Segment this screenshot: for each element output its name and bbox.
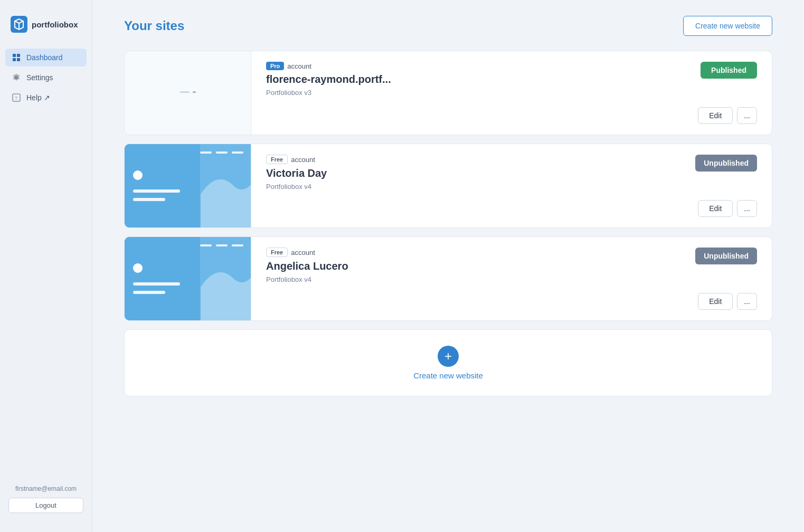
site-card-3: Free account Angelica Lucero Portfoliobo… — [124, 236, 772, 321]
thumb-bar-long-2 — [133, 189, 180, 193]
sidebar-item-help[interactable]: ? Help ↗ — [5, 89, 87, 107]
site-meta-3: Free account Angelica Lucero Portfoliobo… — [266, 248, 348, 283]
site-info-1: Pro account florence-raymond.portf... Po… — [251, 51, 772, 135]
thumb-right-3 — [200, 237, 251, 320]
site-actions-3: Edit ... — [266, 293, 757, 310]
site-actions-1: Edit ... — [266, 107, 757, 124]
thumb-top-right-3 — [200, 244, 243, 246]
plus-icon: + — [438, 346, 459, 367]
edit-button-1[interactable]: Edit — [698, 107, 733, 124]
sidebar-item-settings[interactable]: Settings — [5, 69, 87, 87]
user-email: firstname@email.com — [8, 485, 83, 492]
thumb-small-line-3 — [232, 151, 243, 154]
thumb-small-line-4 — [200, 244, 212, 246]
site-name-3: Angelica Lucero — [266, 260, 348, 272]
create-new-website-button[interactable]: Create new website — [683, 16, 772, 36]
site-version-2: Portfoliobox v4 — [266, 183, 327, 191]
create-new-card[interactable]: + Create new website — [124, 329, 772, 396]
thumb-small-line-2 — [216, 151, 228, 154]
portfoliobox-logo-icon — [11, 16, 27, 33]
thumb-small-line-5 — [216, 244, 228, 246]
sidebar-nav: Dashboard Settings ? Help ↗ — [0, 49, 92, 477]
more-button-2[interactable]: ... — [737, 200, 757, 217]
site-name-2: Victoria Day — [266, 167, 327, 179]
thumb-wave-2 — [201, 161, 251, 227]
more-button-1[interactable]: ... — [737, 107, 757, 124]
site-thumbnail-2 — [125, 144, 251, 227]
thumbnail-v4-3 — [125, 237, 251, 320]
thumb-bar-short-3 — [133, 291, 165, 294]
main-header: Your sites Create new website — [124, 16, 772, 36]
thumb-small-line-6 — [232, 244, 243, 246]
site-thumbnail-3 — [125, 237, 251, 320]
site-info-top-2: Free account Victoria Day Portfoliobox v… — [266, 155, 757, 191]
sidebar-bottom: firstname@email.com Logout — [0, 477, 92, 521]
thumb-bar-short-2 — [133, 198, 165, 201]
status-badge-1: Published — [701, 62, 757, 79]
site-version-1: Portfoliobox v3 — [266, 89, 391, 97]
sidebar-item-help-label: Help ↗ — [26, 93, 50, 102]
sites-list: Pro account florence-raymond.portf... Po… — [124, 51, 772, 396]
sidebar-item-dashboard[interactable]: Dashboard — [5, 49, 87, 66]
svg-rect-4 — [13, 58, 16, 61]
status-badge-3: Unpublished — [695, 248, 757, 264]
account-label-2: account — [291, 156, 315, 164]
thumb-circle-2 — [133, 170, 143, 180]
thumb-dot-1 — [193, 91, 196, 93]
thumb-left-2 — [125, 144, 200, 227]
thumbnail-empty-card-1 — [125, 51, 251, 135]
sidebar: portfoliobox Dashboard Settings — [0, 0, 92, 532]
site-info-top-3: Free account Angelica Lucero Portfoliobo… — [266, 248, 757, 283]
account-badge-row-1: Pro account — [266, 62, 391, 70]
help-icon: ? — [12, 93, 21, 102]
create-card-label: Create new website — [413, 371, 483, 380]
site-version-3: Portfoliobox v4 — [266, 276, 348, 283]
sidebar-item-dashboard-label: Dashboard — [26, 53, 63, 62]
page-title: Your sites — [124, 18, 184, 33]
settings-icon — [12, 73, 21, 82]
svg-rect-5 — [17, 58, 20, 61]
site-meta-1: Pro account florence-raymond.portf... Po… — [266, 62, 391, 97]
thumb-right-2 — [200, 144, 251, 227]
site-info-top-1: Pro account florence-raymond.portf... Po… — [266, 62, 757, 97]
account-badge-row-3: Free account — [266, 248, 348, 257]
site-thumbnail-1 — [125, 51, 251, 135]
empty-lines-group — [180, 91, 196, 95]
svg-rect-3 — [17, 54, 20, 57]
thumb-bar-long-3 — [133, 282, 180, 286]
thumb-circle-3 — [133, 263, 143, 273]
site-meta-2: Free account Victoria Day Portfoliobox v… — [266, 155, 327, 191]
edit-button-3[interactable]: Edit — [698, 293, 733, 310]
logout-button[interactable]: Logout — [8, 498, 83, 513]
badge-free-3: Free — [266, 248, 288, 257]
logo: portfoliobox — [0, 11, 92, 49]
dashboard-icon — [12, 53, 21, 62]
sidebar-item-settings-label: Settings — [26, 73, 53, 82]
account-badge-row-2: Free account — [266, 155, 327, 164]
site-card-2: Free account Victoria Day Portfoliobox v… — [124, 144, 772, 228]
badge-free-2: Free — [266, 155, 288, 164]
logo-text: portfoliobox — [32, 20, 78, 29]
site-name-1: florence-raymond.portf... — [266, 73, 391, 86]
thumb-wave-3 — [201, 254, 251, 320]
site-actions-2: Edit ... — [266, 200, 757, 217]
badge-pro-1: Pro — [266, 62, 284, 70]
thumbnail-v4-2 — [125, 144, 251, 227]
site-info-2: Free account Victoria Day Portfoliobox v… — [251, 144, 772, 227]
site-card-1: Pro account florence-raymond.portf... Po… — [124, 51, 772, 135]
svg-rect-2 — [13, 54, 16, 57]
status-badge-2: Unpublished — [695, 155, 757, 172]
more-button-3[interactable]: ... — [737, 293, 757, 310]
thumb-top-right-2 — [200, 151, 243, 154]
thumb-small-line-1 — [200, 151, 212, 154]
edit-button-2[interactable]: Edit — [698, 200, 733, 217]
main-content: Your sites Create new website — [92, 0, 804, 532]
thumb-line-group — [180, 91, 196, 93]
account-label-3: account — [291, 249, 315, 256]
site-info-3: Free account Angelica Lucero Portfoliobo… — [251, 237, 772, 320]
account-label-1: account — [287, 62, 311, 70]
thumb-line-1 — [180, 91, 190, 93]
thumb-left-3 — [125, 237, 200, 320]
svg-text:?: ? — [15, 96, 17, 101]
